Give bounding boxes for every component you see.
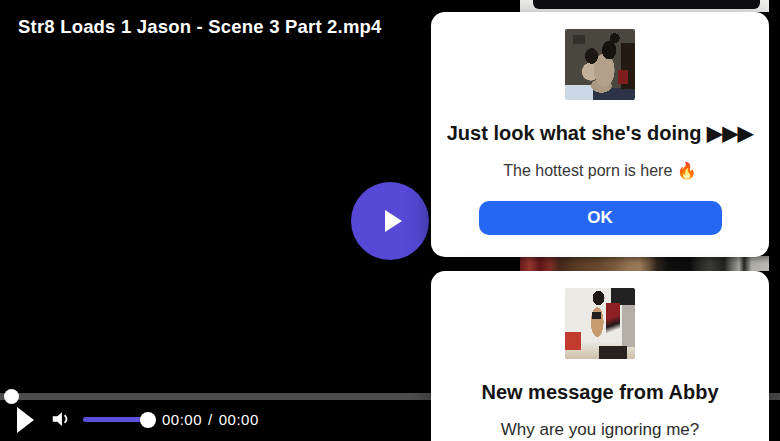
webcam-couple-thumbnail[interactable] [565, 29, 635, 100]
time-display: 00:00 / 00:00 [162, 411, 259, 428]
mute-button[interactable] [49, 408, 73, 432]
play-button[interactable] [17, 406, 41, 434]
duration: 00:00 [219, 411, 259, 428]
popup-heading: Just look what she's doing ▶▶▶ [443, 120, 757, 147]
play-icon [385, 210, 402, 232]
popup-card-promo: Just look what she's doing ▶▶▶ The hotte… [431, 12, 769, 257]
background-panel-top [520, 0, 769, 12]
video-title: Str8 Loads 1 Jason - Scene 3 Part 2.mp4 [18, 16, 382, 38]
background-media-edge [533, 0, 760, 9]
volume-low-icon [50, 408, 72, 430]
time-separator: / [208, 411, 213, 428]
selfie-thumbnail[interactable] [565, 288, 635, 359]
popup-heading: New message from Abby [443, 379, 757, 406]
background-video-thumbnail-strip [520, 256, 769, 271]
volume-slider[interactable] [83, 417, 148, 422]
big-play-button[interactable] [351, 182, 429, 260]
popup-message: Why are you ignoring me? [431, 420, 769, 440]
popup-card-message: New message from Abby Why are you ignori… [431, 271, 769, 441]
ok-button[interactable]: OK [479, 201, 722, 235]
current-time: 00:00 [162, 411, 202, 428]
volume-thumb[interactable] [140, 412, 156, 428]
player-controls: 00:00 / 00:00 [0, 400, 430, 441]
play-icon [17, 407, 34, 433]
popup-message: The hottest porn is here 🔥 [431, 161, 769, 180]
